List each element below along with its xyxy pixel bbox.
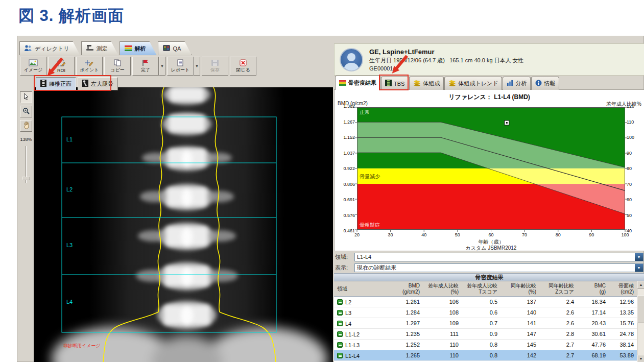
reference-graph-panel: リファレンス： L1-L4 (BMD) BMD (g/cm2) 若年成人比較% … (334, 89, 644, 251)
x-axis-labels: 2030405060708090100 (349, 232, 633, 237)
patient-name: GE, Lspine+LtFemur (369, 48, 524, 56)
region-status-icon (337, 353, 343, 358)
cell-age-matched-percent: 145 (500, 340, 539, 350)
tab-composition-trend[interactable]: 体組成トレンド (444, 77, 502, 90)
tab-analysis-results[interactable]: 分析 (503, 77, 531, 90)
y-tick-label: 1.382 (343, 104, 355, 109)
y-axis-left-labels: 1.3821.2671.1521.0370.9220.8060.6910.576… (336, 104, 355, 233)
table-body: L2 1.261 106 0.5 137 2.4 16.34 12.96 L3 … (334, 297, 644, 361)
x-tick-label: 60 (484, 232, 499, 237)
scroll-down-icon[interactable]: ▼ (637, 355, 644, 362)
spine-xray-viewport[interactable]: L1L2L3L4 非診断用イメージ (34, 87, 333, 362)
tab-tbs[interactable]: TBS (381, 77, 409, 90)
image-icon (29, 59, 38, 66)
save-button[interactable]: 保存 (202, 57, 228, 76)
tab-info[interactable]: 情報 (531, 77, 559, 90)
column-header: 若年成人比較 (%) (423, 281, 462, 296)
region-status-icon (337, 321, 343, 326)
svg-text:骨量減少: 骨量減少 (360, 174, 380, 179)
zoom-slider-thumb[interactable] (22, 177, 30, 180)
cell-bmc: 16.34 (577, 297, 609, 307)
x-tick-label: 30 (383, 232, 398, 237)
pointer-tool-button[interactable] (20, 91, 32, 103)
close-button[interactable]: 閉じる (230, 57, 256, 76)
zoom-tool-button[interactable] (20, 106, 32, 117)
info-icon (535, 80, 542, 87)
tab-analysis-label: 解析 (135, 45, 146, 53)
copy-button[interactable]: コピー (104, 57, 131, 76)
cell-bmc: 30.61 (577, 329, 609, 340)
region-dropdown-arrow-icon[interactable]: ▼ (635, 253, 643, 261)
tab-measure[interactable]: 測定 (81, 41, 118, 55)
spine-thumbnail-icon (40, 80, 46, 88)
image-tool-strip: 138% (19, 91, 33, 360)
spine-xray-image (34, 87, 333, 362)
region-select[interactable]: L1-L4 ▼ (354, 253, 643, 261)
point-icon (85, 59, 94, 66)
save-button-label: 保存 (210, 67, 220, 74)
table-title: 骨密度結果 (334, 274, 644, 281)
scroll-up-icon[interactable]: ▲ (637, 281, 644, 288)
left-femur-view-label: 左大腿骨 (91, 80, 113, 88)
display-dropdown-arrow-icon[interactable]: ▼ (635, 264, 643, 272)
cell-area: 15.76 (609, 318, 637, 329)
display-select[interactable]: 現在の診断結果 ▼ (354, 263, 643, 272)
roi-icon (57, 60, 66, 67)
table-header-row: 領域 BMD (g/cm2) 若年成人比較 (%) 若年成人比較 Tスコア 同年… (334, 281, 637, 297)
cell-young-adult-percent: 110 (423, 350, 462, 361)
column-header: BMD (g/cm2) (387, 281, 423, 296)
spine-ap-view-button[interactable]: 腰椎正面 (36, 77, 76, 90)
done-dropdown-arrow-icon[interactable]: ▼ (159, 57, 165, 76)
y-tick-label: 110 (627, 119, 634, 125)
hand-icon (23, 122, 30, 131)
point-button-label: ポイント (80, 67, 99, 74)
tab-body-composition[interactable]: 体組成 (409, 77, 444, 90)
cell-z-score: 2.6 (539, 318, 577, 329)
main-nav-tabs: ディレクトリ 測定 解析 QA (19, 40, 192, 55)
y-axis-right-labels: 120110100908070605040 (627, 104, 644, 233)
image-button[interactable]: イメージ (20, 57, 46, 76)
cell-age-matched-percent: 147 (500, 329, 539, 340)
display-selector-row: 表示: 現在の診断結果 ▼ (335, 263, 643, 272)
table-scrollbar[interactable]: ▲ ▼ (637, 281, 644, 362)
table-row[interactable]: L2 1.261 106 0.5 137 2.4 16.34 12.96 (334, 297, 637, 307)
floppy-disk-icon (211, 59, 219, 66)
done-button[interactable]: 完了 (132, 57, 159, 76)
tab-qa[interactable]: QA (158, 41, 192, 55)
table-row[interactable]: L1-L2 1.235 111 0.9 147 2.8 30.61 24.78 (334, 329, 637, 340)
y-tick-label: 80 (627, 166, 632, 171)
tab-bmd-results[interactable]: 骨密度結果 (335, 76, 380, 90)
figure-title: 図 3. 解析画面 (18, 5, 124, 27)
cell-bmc: 68.19 (577, 350, 609, 361)
x-tick-label: 70 (517, 232, 532, 237)
cell-age-matched-percent: 137 (500, 297, 539, 307)
scrollbar-thumb[interactable] (637, 295, 644, 323)
encore-application-window: ディレクトリ 測定 解析 QA イメージ ROI ポイント (17, 36, 644, 362)
close-icon (239, 59, 247, 66)
table-row[interactable]: L1-L4 1.265 110 0.8 142 2.7 68.19 53.89 (334, 350, 637, 361)
cell-bmd: 1.261 (387, 297, 423, 307)
column-header: 領域 (334, 281, 387, 296)
cell-z-score: 2.4 (539, 297, 577, 307)
x-tick-label: 40 (416, 232, 432, 237)
table-row[interactable]: L1-L3 1.252 110 0.8 145 2.7 47.76 38.14 (334, 340, 637, 350)
zoom-slider[interactable] (21, 146, 31, 183)
table-row[interactable]: L3 1.284 108 0.6 140 2.6 17.14 13.35 (334, 307, 637, 318)
tab-directory[interactable]: ディレクトリ (19, 41, 80, 55)
report-dropdown-arrow-icon[interactable]: ▼ (194, 57, 200, 76)
region-selector-row: 領域: L1-L4 ▼ (335, 252, 643, 261)
report-button[interactable]: レポート (167, 57, 194, 76)
roi-button[interactable]: ROI (48, 57, 75, 76)
tab-analysis[interactable]: 解析 (120, 41, 157, 55)
roi-label: L4 (66, 299, 73, 305)
svg-text:正常: 正常 (360, 109, 370, 115)
left-femur-view-button[interactable]: 左大腿骨 (78, 77, 118, 90)
pan-tool-button[interactable] (20, 120, 32, 132)
scanner-icon (86, 44, 94, 53)
copy-icon (113, 59, 122, 66)
flag-icon (141, 59, 150, 66)
table-row[interactable]: L4 1.297 109 0.7 141 2.6 20.43 15.76 (334, 318, 637, 329)
done-split-button: 完了 ▼ (132, 57, 165, 76)
point-button[interactable]: ポイント (76, 57, 103, 76)
display-select-value: 現在の診断結果 (357, 264, 396, 272)
